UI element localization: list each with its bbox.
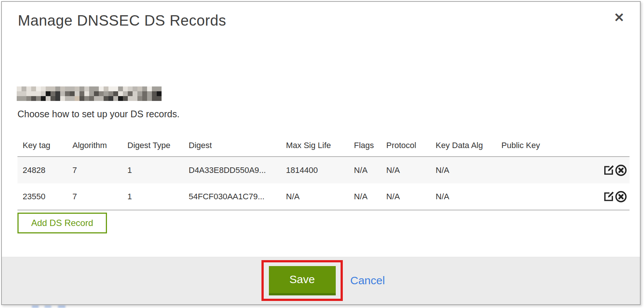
header-digest: Digest [183, 135, 281, 157]
header-flags: Flags [349, 135, 381, 157]
screenshot-stage: Manage DNSSEC DS Records ✕ Choose how to… [0, 0, 644, 308]
edit-record-icon[interactable] [603, 191, 615, 203]
table-header-row: Key tag Algorithm Digest Type Digest Max… [17, 135, 630, 157]
cancel-link[interactable]: Cancel [350, 274, 385, 287]
edit-record-icon[interactable] [603, 164, 615, 176]
row-actions [587, 157, 630, 183]
cell-protocol: N/A [381, 157, 430, 183]
cell-flags: N/A [349, 157, 381, 183]
cell-algorithm: 7 [67, 157, 122, 183]
background-content-hint [32, 305, 65, 308]
cell-digest: 54FCF030AA1C79... [183, 183, 281, 210]
cell-key-tag: 24828 [17, 157, 67, 183]
cell-max-sig-life: 1814400 [281, 157, 349, 183]
add-ds-record-button[interactable]: Add DS Record [17, 213, 107, 233]
header-algorithm: Algorithm [67, 135, 122, 157]
cell-digest-type: 1 [122, 183, 183, 210]
cell-protocol: N/A [381, 183, 430, 210]
table-row: 24828 7 1 D4A33E8DD550A9... 1814400 N/A … [17, 157, 630, 183]
header-key-tag: Key tag [17, 135, 67, 157]
header-digest-type: Digest Type [122, 135, 183, 157]
cell-public-key [496, 157, 587, 183]
cell-algorithm: 7 [67, 183, 122, 210]
cell-flags: N/A [349, 183, 381, 210]
cell-key-data-alg: N/A [430, 157, 496, 183]
save-button[interactable]: Save [269, 266, 336, 295]
close-icon[interactable]: ✕ [611, 9, 627, 26]
cell-digest: D4A33E8DD550A9... [183, 157, 281, 183]
header-key-data-alg: Key Data Alg [430, 135, 496, 157]
manage-dnssec-dialog: Manage DNSSEC DS Records ✕ Choose how to… [1, 1, 641, 305]
table-row: 23550 7 1 54FCF030AA1C79... N/A N/A N/A … [17, 183, 630, 210]
header-public-key: Public Key [496, 135, 587, 157]
dialog-footer: Save Cancel [2, 257, 640, 304]
annotation-highlight-box: Save [261, 260, 343, 301]
cell-digest-type: 1 [122, 157, 183, 183]
delete-record-icon[interactable] [615, 164, 627, 177]
dialog-title: Manage DNSSEC DS Records [18, 12, 226, 29]
header-actions [587, 135, 630, 157]
header-max-sig-life: Max Sig Life [281, 135, 349, 157]
ds-records-table-wrap: Key tag Algorithm Digest Type Digest Max… [17, 135, 630, 210]
cell-key-tag: 23550 [17, 183, 67, 210]
header-protocol: Protocol [381, 135, 430, 157]
delete-record-icon[interactable] [615, 190, 627, 203]
redacted-domain [17, 86, 162, 101]
cell-public-key [496, 183, 587, 210]
cell-max-sig-life: N/A [281, 183, 349, 210]
instruction-text: Choose how to set up your DS records. [17, 109, 179, 119]
cell-key-data-alg: N/A [430, 183, 496, 210]
row-actions [587, 183, 630, 210]
ds-records-table: Key tag Algorithm Digest Type Digest Max… [17, 135, 630, 210]
